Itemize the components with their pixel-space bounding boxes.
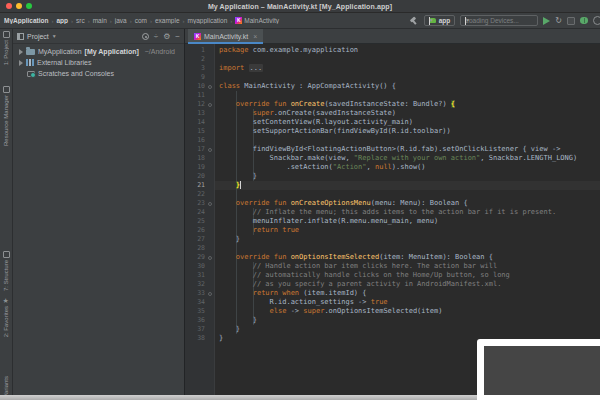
run-button[interactable] bbox=[543, 17, 550, 25]
code-line[interactable]: } bbox=[219, 181, 600, 190]
locate-file-icon[interactable] bbox=[142, 33, 149, 40]
stripe-button-resource-manager[interactable]: Resource Manager bbox=[0, 86, 12, 146]
collapse-all-icon[interactable]: ÷ bbox=[154, 32, 158, 41]
apply-code-changes-icon bbox=[567, 17, 575, 25]
fold-marker-icon[interactable] bbox=[208, 103, 212, 107]
profile-button[interactable] bbox=[593, 16, 600, 25]
debug-button[interactable] bbox=[580, 17, 588, 24]
code-line[interactable]: // Handle action bar item clicks here. T… bbox=[219, 262, 600, 271]
code-line[interactable]: Snackbar.make(view, "Replace with your o… bbox=[219, 154, 600, 163]
build-hammer-icon[interactable] bbox=[409, 16, 419, 26]
device-select[interactable]: Loading Devices... ▼ bbox=[460, 15, 538, 26]
code-line[interactable] bbox=[219, 136, 600, 145]
run-configuration-select[interactable]: app ▼ bbox=[424, 15, 456, 26]
close-tab-icon[interactable]: × bbox=[253, 33, 257, 40]
code-line[interactable]: import ... bbox=[219, 64, 600, 73]
code-line[interactable]: .setAction("Action", null).show() bbox=[219, 163, 600, 172]
folded-imports[interactable]: ... bbox=[249, 64, 264, 72]
code-token: , Snackbar.LENGTH_LONG) bbox=[480, 154, 577, 162]
code-token: // Inflate the menu; this adds items to … bbox=[253, 208, 556, 216]
project-panel-title[interactable]: Project bbox=[27, 33, 49, 40]
stripe-button-structure[interactable]: 7: Structure bbox=[0, 251, 12, 291]
code-token: // Handle action bar item clicks here. T… bbox=[253, 262, 497, 270]
code-line[interactable]: // Inflate the menu; this adds items to … bbox=[219, 208, 600, 217]
expand-arrow-icon[interactable] bbox=[19, 49, 23, 55]
code-token: ).show() bbox=[392, 163, 426, 171]
kotlin-file-icon: K bbox=[194, 33, 201, 40]
favorites-star-icon: ★ bbox=[3, 297, 10, 304]
code-line[interactable]: return true bbox=[219, 226, 600, 235]
settings-gear-icon[interactable]: ⚙ bbox=[163, 32, 170, 41]
code-token: "Action" bbox=[333, 163, 367, 171]
fold-marker-icon[interactable] bbox=[208, 292, 212, 296]
tree-item-external-libraries[interactable]: External Libraries bbox=[13, 57, 184, 68]
fold-marker-icon[interactable] bbox=[208, 148, 212, 152]
code-line[interactable]: } bbox=[219, 325, 600, 334]
apply-changes-icon[interactable]: ↻ bbox=[555, 17, 562, 25]
code-token bbox=[219, 253, 236, 261]
tree-item-module-name: [My Application] bbox=[85, 48, 139, 55]
breadcrumb-item-src[interactable]: src bbox=[76, 17, 85, 24]
tab-mainactivity[interactable]: K MainActivity.kt × bbox=[188, 29, 263, 43]
breadcrumb-item-example[interactable]: example bbox=[155, 17, 180, 24]
line-number: 22 bbox=[185, 190, 214, 199]
code-line[interactable]: super.onCreate(savedInstanceState) bbox=[219, 109, 600, 118]
code-line[interactable]: class MainActivity : AppCompatActivity()… bbox=[219, 82, 600, 91]
stripe-button-favorites[interactable]: ★ 2: Favorites bbox=[0, 297, 12, 337]
chevron-down-icon: ▼ bbox=[429, 17, 430, 25]
fold-marker-icon[interactable] bbox=[208, 202, 212, 206]
fold-marker-icon[interactable] bbox=[208, 256, 212, 260]
code-line[interactable]: package com.example.myapplication bbox=[219, 46, 600, 55]
code-token: } bbox=[219, 316, 257, 324]
breadcrumb-item-myapplication[interactable]: myapplication bbox=[188, 17, 228, 24]
breadcrumb-item-app[interactable]: app bbox=[56, 17, 68, 24]
code-line[interactable]: menuInflater.inflate(R.menu.menu_main, m… bbox=[219, 217, 600, 226]
code-token: onCreate bbox=[291, 100, 325, 108]
code-line[interactable]: } bbox=[219, 235, 600, 244]
breadcrumb-item-java[interactable]: java bbox=[115, 17, 127, 24]
code-token bbox=[219, 199, 236, 207]
expand-arrow-icon[interactable] bbox=[19, 60, 23, 66]
code-line[interactable]: override fun onCreate(savedInstanceState… bbox=[219, 100, 600, 109]
breadcrumb-label: src bbox=[76, 17, 85, 24]
code-line[interactable]: override fun onOptionsItemSelected(item:… bbox=[219, 253, 600, 262]
code-line[interactable]: else -> super.onOptionsItemSelected(item… bbox=[219, 307, 600, 316]
code-line[interactable] bbox=[219, 73, 600, 82]
code-line[interactable]: setSupportActionBar(findViewById(R.id.to… bbox=[219, 127, 600, 136]
line-number: 38 bbox=[185, 334, 214, 343]
code-line[interactable]: // as you specify a parent activity in A… bbox=[219, 280, 600, 289]
code-token: (menu: Menu): Boolean { bbox=[371, 199, 468, 207]
breadcrumb-item-myapplication[interactable]: MyApplication bbox=[4, 17, 48, 24]
overlay-window-content bbox=[484, 346, 600, 395]
breadcrumb-item-mainactivity[interactable]: KMainActivity bbox=[235, 17, 279, 24]
code-line[interactable] bbox=[219, 190, 600, 199]
code-token bbox=[219, 208, 253, 216]
hide-panel-icon[interactable]: − bbox=[175, 32, 180, 41]
fold-marker-icon[interactable] bbox=[208, 85, 212, 89]
code-line[interactable]: R.id.action_settings -> true bbox=[219, 298, 600, 307]
code-line[interactable] bbox=[219, 91, 600, 100]
code-line[interactable]: setContentView(R.layout.activity_main) bbox=[219, 118, 600, 127]
tree-item-path: ~/Android bbox=[145, 48, 175, 55]
editor-gutter: 1239101112131415161718192021222324252627… bbox=[185, 44, 215, 395]
code-token: } bbox=[219, 334, 223, 342]
breadcrumb-separator-icon: › bbox=[150, 18, 152, 24]
stripe-button-project[interactable]: 1: Project bbox=[0, 31, 12, 65]
stripe-button-build-variants[interactable]: Build Variants bbox=[0, 376, 12, 395]
line-number: 18 bbox=[185, 154, 214, 163]
code-line[interactable]: override fun onCreateOptionsMenu(menu: M… bbox=[219, 199, 600, 208]
code-line[interactable]: } bbox=[219, 316, 600, 325]
code-token bbox=[219, 226, 253, 234]
code-line[interactable]: findViewById<FloatingActionButton>(R.id.… bbox=[219, 145, 600, 154]
code-line[interactable]: } bbox=[219, 172, 600, 181]
tree-item-myapplication[interactable]: MyApplication [My Application] ~/Android bbox=[13, 46, 184, 57]
breadcrumb-item-com[interactable]: com bbox=[135, 17, 147, 24]
breadcrumb-item-main[interactable]: main bbox=[93, 17, 107, 24]
tree-item-scratches[interactable]: Scratches and Consoles bbox=[13, 68, 184, 79]
code-line[interactable] bbox=[219, 244, 600, 253]
breadcrumb: MyApplication›app›src›main›java›com›exam… bbox=[4, 17, 409, 24]
code-line[interactable] bbox=[219, 55, 600, 64]
code-line[interactable]: return when (item.itemId) { bbox=[219, 289, 600, 298]
code-line[interactable]: // automatically handle clicks on the Ho… bbox=[219, 271, 600, 280]
chevron-down-icon[interactable]: ▼ bbox=[52, 33, 57, 39]
